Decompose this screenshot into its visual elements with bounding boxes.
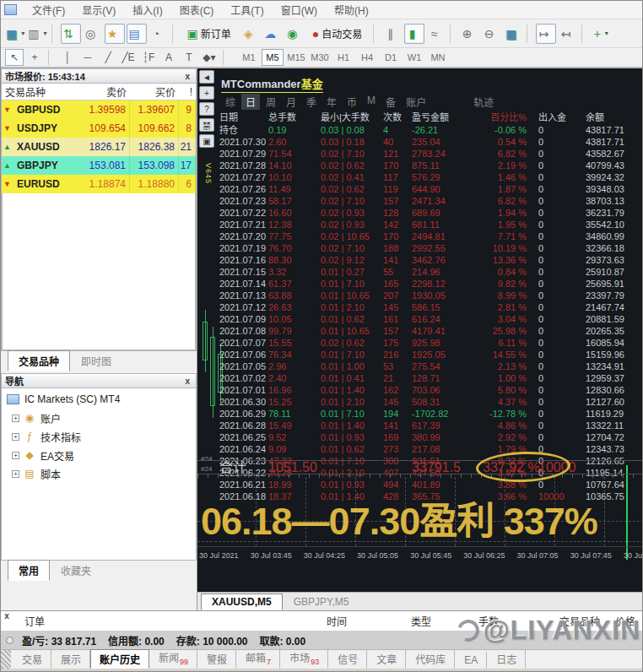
navigator-root[interactable]: IC Markets (SC) MT4 — [7, 393, 196, 405]
channel-button[interactable]: ╱E — [119, 49, 138, 66]
overlay-menu-item[interactable]: 日 — [241, 94, 260, 110]
timeframe-button[interactable]: W1 — [403, 49, 425, 66]
menu-item[interactable]: 显示(V) — [73, 1, 124, 19]
navigator-toggle[interactable]: ★ — [105, 24, 125, 44]
label-button[interactable]: T — [180, 49, 198, 66]
terminal-tab-codebase[interactable]: 代码库 — [406, 649, 455, 669]
vertical-line-button[interactable]: │ — [58, 49, 77, 66]
overlay-menu-item[interactable]: 综 — [221, 94, 240, 110]
cursor-button[interactable]: ↖ — [5, 49, 24, 66]
sidebar-item-accounts[interactable]: + ◉ 账户 — [7, 409, 196, 427]
strategy-tester-button[interactable]: ◔ — [149, 24, 169, 44]
text-button[interactable]: A — [159, 49, 178, 66]
overlay-menu-item[interactable]: 轨迹 — [469, 94, 498, 110]
terminal-tab-market[interactable]: 市场93 — [280, 648, 328, 669]
toolbar-button[interactable] — [450, 24, 456, 43]
timeframe-button[interactable]: H1 — [332, 49, 354, 66]
toolbar-button[interactable] — [527, 24, 532, 43]
zoom-out-button[interactable]: ⊖ — [481, 24, 501, 44]
terminal-tab-trade[interactable]: 交易 — [13, 649, 51, 669]
tile-windows-button[interactable]: ▦ — [503, 24, 523, 44]
terminal-tab-articles[interactable]: 文章 — [367, 649, 406, 669]
market-row-gbpjpy[interactable]: ▲ GBPJPY 153.081 153.098 17 — [2, 156, 196, 175]
candlestick-button[interactable]: ▮ — [404, 24, 424, 44]
collapse-panel-button[interactable]: ◄ — [199, 70, 214, 84]
toolbar-button[interactable] — [581, 24, 587, 43]
expand-icon[interactable]: + — [12, 452, 19, 459]
chart-shift-button[interactable]: ↤ — [558, 24, 578, 44]
overlay-menu-item[interactable]: 币 — [343, 94, 361, 110]
profiles-button[interactable]: ▥ ▾ — [27, 24, 47, 44]
tab-symbols[interactable]: 交易品种 — [8, 350, 70, 371]
expand-icon[interactable]: + — [12, 433, 19, 441]
terminal-tab-ea[interactable]: EA — [455, 652, 487, 669]
drawing-tool-button[interactable] — [223, 50, 229, 65]
menu-item[interactable]: 图表(C) — [171, 1, 223, 19]
sidebar-item-indicators[interactable]: + ƒ 技术指标 — [7, 427, 196, 446]
terminal-tab-news[interactable]: 新闻99 — [149, 648, 197, 669]
drawing-tool-button[interactable] — [48, 50, 54, 65]
expand-icon[interactable]: + — [12, 415, 19, 422]
market-row-usdjpy[interactable]: ▼ USDJPY 109.654 109.662 8 — [2, 119, 196, 138]
autotrade-button[interactable]: ● 自动交易 — [306, 24, 370, 44]
overlay-menu-item[interactable]: 备 — [381, 94, 400, 110]
line-chart-button[interactable]: ≈ — [426, 24, 446, 44]
overlay-menu-item[interactable]: 月 — [282, 94, 300, 110]
expand-icon[interactable]: + — [12, 470, 19, 478]
close-icon[interactable]: x — [1, 611, 13, 621]
timeframe-button[interactable]: D1 — [380, 49, 402, 66]
terminal-tab-alerts[interactable]: 警报 — [197, 649, 236, 669]
chart-area[interactable]: V645 #24 #24 MTCommander基金 综日周月季年币M备账户轨迹… — [197, 68, 643, 592]
tab-common[interactable]: 常用 — [8, 560, 50, 581]
data-window-button[interactable]: ◎ — [83, 24, 103, 44]
chart-tab-xauusd[interactable]: XAUUSD,M5 — [201, 593, 283, 610]
market-watch-toggle[interactable]: ⇅ — [61, 24, 81, 44]
overlay-menu-item[interactable]: 账户 — [402, 94, 430, 110]
close-icon[interactable]: x — [182, 377, 192, 386]
overlay-menu-item[interactable]: 年 — [322, 94, 341, 110]
timeframe-button[interactable]: M5 — [262, 49, 284, 66]
overlay-menu-item[interactable]: M — [363, 94, 380, 110]
overlay-menu-item[interactable]: 季 — [302, 94, 321, 110]
tab-tick-chart[interactable]: 即时图 — [70, 350, 122, 371]
menu-item[interactable]: 工具(T) — [222, 1, 272, 19]
move-panel-button[interactable]: + — [199, 86, 214, 100]
toolbar-button[interactable] — [51, 24, 57, 43]
terminal-toggle[interactable]: ▤ — [127, 24, 147, 44]
sidebar-item-ea[interactable]: + ◆ EA交易 — [7, 446, 196, 464]
toolbar-button[interactable] — [373, 24, 379, 43]
bar-chart-button[interactable]: ∥ — [382, 24, 403, 44]
new-order-button[interactable]: ▣ 新订单 — [181, 24, 239, 44]
new-chart-button[interactable]: ▦ ▾ — [5, 24, 25, 44]
timeframe-button[interactable]: M1 — [238, 49, 260, 66]
terminal-tab-history[interactable]: 账户历史 — [90, 649, 149, 669]
timeframe-button[interactable]: H4 — [356, 49, 378, 66]
horizontal-line-button[interactable]: ─ — [78, 49, 97, 66]
terminal-tab-exposure[interactable]: 展示 — [51, 649, 90, 669]
signals-button[interactable]: ◉ — [284, 24, 305, 44]
market-row-gbpusd[interactable]: ▼ GBPUSD 1.39598 1.39607 9 — [2, 100, 196, 119]
sidebar-item-scripts[interactable]: + ▤ 脚本 — [7, 464, 196, 483]
toolbar-button[interactable] — [172, 24, 178, 43]
menu-item[interactable]: 窗口(W) — [273, 1, 326, 19]
crosshair-button[interactable]: + — [25, 49, 44, 66]
timeframe-button[interactable]: M30 — [309, 49, 331, 66]
terminal-tab-mailbox[interactable]: 邮箱7 — [236, 648, 280, 669]
trendline-button[interactable]: ╱ — [99, 49, 117, 66]
terminal-tab-journal[interactable]: 日志 — [487, 649, 526, 669]
fibonacci-button[interactable]: ┆F — [139, 49, 158, 66]
menu-item[interactable]: 文件(F) — [24, 1, 73, 19]
terminal-tab-signals[interactable]: 信号 — [328, 649, 367, 669]
tab-favorites[interactable]: 收藏夹 — [50, 560, 102, 581]
menu-item[interactable]: 帮助(H) — [326, 1, 377, 19]
metaeditor-button[interactable]: ◈ — [240, 24, 261, 44]
timeframe-button[interactable]: M15 — [285, 49, 307, 66]
zoom-in-button[interactable]: ⊕ — [459, 24, 479, 44]
close-icon[interactable]: x — [182, 72, 192, 81]
indicators-button[interactable]: + ▾ — [591, 24, 611, 44]
arrows-button[interactable]: ◆ ▾ — [200, 49, 219, 66]
community-button[interactable]: ☁ — [262, 24, 283, 44]
timeframe-button[interactable]: MN — [427, 49, 449, 66]
auto-scroll-button[interactable]: ↦ — [536, 24, 556, 44]
menu-item[interactable]: 插入(I) — [124, 1, 170, 19]
